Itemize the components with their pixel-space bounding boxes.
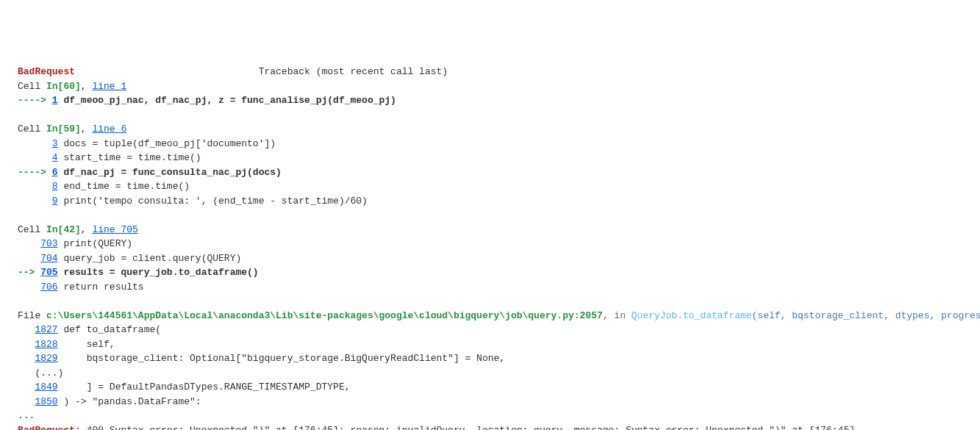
code-line: results = query_job.to_dataframe(): [58, 267, 259, 278]
lineno-link[interactable]: 9: [52, 196, 58, 207]
lineno-link[interactable]: 3: [52, 138, 58, 149]
arrow: [18, 324, 35, 335]
arrow: ---->: [18, 167, 52, 178]
lineno-link[interactable]: 1: [52, 95, 58, 106]
code-line: query_job = client.query(QUERY): [58, 253, 242, 264]
lineno-link[interactable]: 1827: [35, 324, 57, 335]
code-line: bqstorage_client: Optional["bigquery_sto…: [58, 353, 506, 364]
ellipsis-line: (...): [18, 368, 63, 379]
cell-label: Cell: [18, 123, 46, 135]
file-path: c:\Users\144561\AppData\Local\anaconda3\…: [46, 310, 603, 321]
arrow: ---->: [18, 95, 52, 106]
line-link[interactable]: line 1: [92, 81, 126, 92]
lineno-link[interactable]: 4: [52, 152, 58, 163]
sep: ,: [81, 81, 93, 92]
code-line: df_meoo_pj_nac, df_nac_pj, z = func_anal…: [58, 95, 396, 106]
cell-in-ref: In[42]: [46, 224, 81, 235]
lineno-link[interactable]: 6: [52, 167, 58, 178]
code-line: end_time = time.time(): [58, 181, 190, 192]
final-exception-name: BadRequest: [18, 425, 75, 431]
final-exception-msg: : 400 Syntax error: Unexpected ")" at [1…: [75, 425, 855, 431]
line-link[interactable]: line 6: [92, 123, 126, 135]
lineno-link[interactable]: 1829: [35, 353, 57, 364]
code-line: return results: [58, 282, 144, 293]
code-line: docs = tuple(df_meoo_pj['documento']): [58, 138, 276, 149]
arrow: [18, 253, 40, 264]
lineno-link[interactable]: 1849: [35, 381, 57, 393]
tail-dots: ...: [18, 410, 35, 421]
code-line: ) -> "pandas.DataFrame":: [58, 396, 201, 407]
cell-in-ref: In[59]: [46, 123, 81, 135]
code-line: df_nac_pj = func_consulta_nac_pj(docs): [58, 167, 282, 178]
arrow: [18, 353, 35, 364]
arrow: [18, 181, 52, 192]
arrow: [18, 196, 52, 207]
sep: ,: [81, 224, 93, 235]
exception-name: BadRequest: [18, 66, 75, 77]
arrow: [18, 282, 40, 293]
traceback-label: Traceback (most recent call last): [259, 66, 448, 77]
cell-label: Cell: [18, 81, 46, 92]
arrow: [18, 138, 52, 149]
code-line: print(QUERY): [58, 238, 132, 249]
in-text: , in: [603, 310, 632, 321]
lineno-link[interactable]: 1850: [35, 396, 57, 407]
code-line: self,: [58, 339, 115, 350]
arrow: [18, 152, 52, 163]
arrow: -->: [18, 267, 40, 278]
code-line: def to_dataframe(: [58, 324, 161, 335]
lineno-link[interactable]: 703: [40, 238, 57, 249]
line-link[interactable]: line 705: [92, 224, 137, 235]
arrow: [18, 339, 35, 350]
lineno-link[interactable]: 705: [40, 267, 57, 278]
lineno-link[interactable]: 8: [52, 181, 58, 192]
arrow: [18, 238, 40, 249]
lineno-link[interactable]: 706: [40, 282, 57, 293]
traceback-output: BadRequest Traceback (most recent call l…: [18, 65, 962, 430]
cell-in-ref: In[60]: [46, 81, 81, 92]
arrow: [18, 396, 35, 407]
lineno-link[interactable]: 1828: [35, 339, 57, 350]
code-line: ] = DefaultPandasDTypes.RANGE_TIMESTAMP_…: [58, 381, 351, 393]
lineno-link[interactable]: 704: [40, 253, 57, 264]
sep: ,: [81, 123, 93, 135]
spacer: [75, 66, 259, 77]
file-label: File: [18, 310, 46, 321]
arrow: [18, 381, 35, 393]
method-name: QueryJob.to_dataframe: [632, 310, 752, 321]
code-line: print('tempo consulta: ', (end_time - st…: [58, 196, 368, 207]
cell-label: Cell: [18, 224, 46, 235]
code-line: start_time = time.time(): [58, 152, 201, 163]
method-args: self, bqstorage_client, dtypes, progress…: [757, 310, 980, 321]
